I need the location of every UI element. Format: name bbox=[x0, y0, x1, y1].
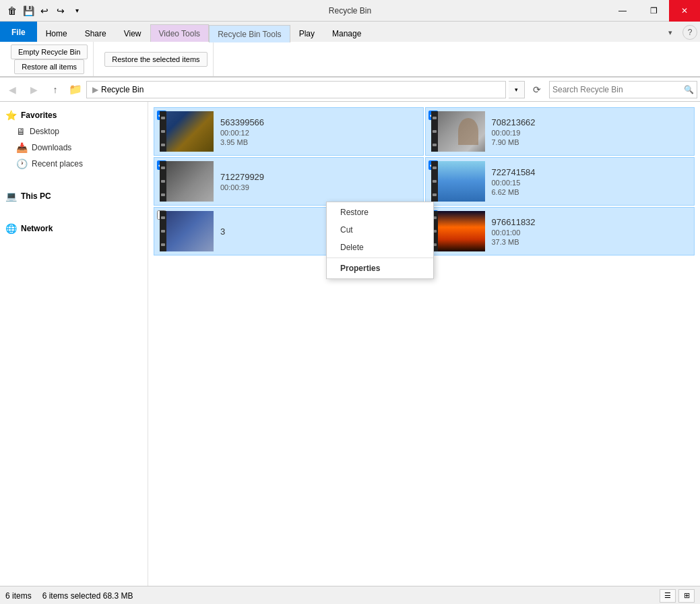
address-bar: ◀ ▶ ↑ 📁 ▶ Recycle Bin ▾ ⟳ 🔍 bbox=[0, 78, 700, 102]
title-bar: 🗑 💾 ↩ ↪ ▾ Recycle Bin — ❐ ✕ bbox=[0, 0, 700, 22]
redo-qat-button[interactable]: ↪ bbox=[54, 4, 67, 18]
file-name-5: 3 bbox=[220, 227, 225, 237]
tab-manage[interactable]: Manage bbox=[323, 24, 370, 42]
context-menu-delete[interactable]: Delete bbox=[327, 239, 433, 256]
network-icon: 🌐 bbox=[5, 223, 17, 234]
help-button[interactable]: ? bbox=[682, 25, 697, 40]
tab-share[interactable]: Share bbox=[76, 24, 115, 42]
file-name-2: 708213662 bbox=[492, 117, 536, 127]
file-item-1[interactable]: 563399566 00:00:12 3.95 MB bbox=[154, 107, 424, 156]
sidebar-item-downloads[interactable]: 📥 Downloads bbox=[0, 140, 148, 156]
ribbon-group-restore: Empty Recycle Bin Restore all items bbox=[5, 42, 94, 76]
file-name-3: 712279929 bbox=[220, 172, 264, 182]
path-separator: ▶ bbox=[92, 85, 98, 94]
empty-recycle-bin-button[interactable]: Empty Recycle Bin bbox=[11, 44, 88, 59]
file-duration-2: 00:00:19 bbox=[492, 129, 536, 137]
file-size-6: 37.3 MB bbox=[492, 238, 536, 246]
file-duration-6: 00:01:00 bbox=[492, 229, 536, 237]
tab-file[interactable]: File bbox=[0, 22, 37, 42]
ribbon-group-manage: Restore the selected items bbox=[99, 42, 213, 76]
file-name-4: 722741584 bbox=[492, 167, 536, 177]
file-info-6: 976611832 00:01:00 37.3 MB bbox=[492, 217, 536, 246]
status-bar: 6 items 6 items selected 68.3 MB ☰ ⊞ bbox=[0, 586, 700, 604]
tab-play[interactable]: Play bbox=[290, 24, 323, 42]
file-duration-4: 00:00:15 bbox=[492, 179, 536, 187]
window-title: Recycle Bin bbox=[329, 6, 371, 16]
ribbon-right-controls: ▾ ? bbox=[661, 23, 700, 42]
search-input[interactable] bbox=[552, 85, 684, 94]
file-thumbnail-6 bbox=[431, 211, 485, 251]
recent-label: Recent places bbox=[32, 159, 83, 169]
file-item-2[interactable]: 708213662 00:00:19 7.90 MB bbox=[425, 107, 695, 156]
sidebar-network-section: 🌐 Network bbox=[0, 220, 148, 237]
file-name-1: 563399566 bbox=[220, 117, 264, 127]
tab-video-tools[interactable]: Video Tools bbox=[150, 24, 210, 42]
qat-dropdown-button[interactable]: ▾ bbox=[70, 4, 84, 18]
quick-access-toolbar: 🗑 💾 ↩ ↪ ▾ bbox=[0, 4, 84, 18]
downloads-icon: 📥 bbox=[16, 142, 28, 153]
address-path[interactable]: ▶ Recycle Bin bbox=[86, 81, 506, 98]
refresh-button[interactable]: ⟳ bbox=[528, 80, 546, 99]
sidebar-thispc-heading[interactable]: 💻 This PC bbox=[0, 188, 148, 204]
file-duration-1: 00:00:12 bbox=[220, 129, 264, 137]
sidebar-favorites-heading[interactable]: ⭐ Favorites bbox=[0, 107, 148, 123]
file-item-4[interactable]: 722741584 00:00:15 6.62 MB bbox=[425, 157, 695, 206]
up-button[interactable]: ↑ bbox=[46, 80, 65, 99]
search-box[interactable]: 🔍 bbox=[549, 81, 697, 98]
content-area: 563399566 00:00:12 3.95 MB 708213662 00:… bbox=[148, 102, 700, 586]
file-info-5: 3 bbox=[220, 227, 225, 237]
desktop-label: Desktop bbox=[30, 127, 59, 136]
file-thumbnail-5 bbox=[160, 211, 214, 251]
forward-button[interactable]: ▶ bbox=[24, 80, 43, 99]
selected-info: 6 items selected 68.3 MB bbox=[42, 591, 133, 601]
restore-items-button[interactable]: Restore all items bbox=[14, 59, 84, 74]
sidebar-gap-1 bbox=[0, 177, 148, 188]
view-controls: ☰ ⊞ bbox=[660, 589, 695, 603]
restore-selected-button[interactable]: Restore the selected items bbox=[104, 52, 207, 67]
save-qat-button[interactable]: 💾 bbox=[22, 4, 35, 18]
thispc-label: This PC bbox=[21, 191, 51, 201]
sidebar-network-heading[interactable]: 🌐 Network bbox=[0, 220, 148, 237]
file-item-3[interactable]: 712279929 00:00:39 bbox=[154, 157, 424, 206]
favorites-icon: ⭐ bbox=[5, 110, 17, 121]
ribbon-collapse-button[interactable]: ▾ bbox=[661, 23, 680, 42]
sidebar-item-recent[interactable]: 🕐 Recent places bbox=[0, 156, 148, 172]
ribbon-commands: Empty Recycle Bin Restore all items Rest… bbox=[0, 42, 700, 77]
tab-view[interactable]: View bbox=[115, 24, 150, 42]
file-size-4: 6.62 MB bbox=[492, 188, 536, 196]
undo-qat-button[interactable]: ↩ bbox=[38, 4, 51, 18]
minimize-button[interactable]: — bbox=[607, 0, 638, 22]
path-dropdown-button[interactable]: ▾ bbox=[509, 81, 525, 98]
file-info-2: 708213662 00:00:19 7.90 MB bbox=[492, 117, 536, 146]
file-info-4: 722741584 00:00:15 6.62 MB bbox=[492, 167, 536, 196]
context-menu-cut[interactable]: Cut bbox=[327, 221, 433, 239]
network-label: Network bbox=[21, 224, 53, 233]
context-menu: Restore Cut Delete Properties bbox=[326, 202, 434, 279]
file-thumbnail-2 bbox=[431, 111, 485, 152]
file-thumbnail-3 bbox=[160, 161, 214, 202]
file-item-6[interactable]: 976611832 00:01:00 37.3 MB bbox=[425, 207, 695, 255]
tiles-view-button[interactable]: ⊞ bbox=[678, 589, 695, 603]
close-button[interactable]: ✕ bbox=[669, 0, 700, 22]
details-view-button[interactable]: ☰ bbox=[660, 589, 676, 603]
tab-recycle-tools[interactable]: Recycle Bin Tools bbox=[209, 25, 290, 42]
context-menu-restore[interactable]: Restore bbox=[327, 204, 433, 221]
location-icon: 📁 bbox=[69, 83, 82, 96]
path-text: Recycle Bin bbox=[101, 85, 144, 94]
file-info-3: 712279929 00:00:39 bbox=[220, 172, 264, 191]
file-thumbnail-4 bbox=[431, 161, 485, 202]
tab-home[interactable]: Home bbox=[37, 24, 76, 42]
sidebar-gap-2 bbox=[0, 210, 148, 220]
sidebar-item-desktop[interactable]: 🖥 Desktop bbox=[0, 123, 148, 140]
maximize-button[interactable]: ❐ bbox=[638, 0, 669, 22]
context-separator bbox=[327, 258, 433, 258]
thispc-icon: 💻 bbox=[5, 191, 17, 202]
context-menu-properties[interactable]: Properties bbox=[327, 260, 433, 277]
sidebar-thispc-section: 💻 This PC bbox=[0, 188, 148, 204]
file-size-1: 3.95 MB bbox=[220, 138, 264, 146]
downloads-label: Downloads bbox=[32, 143, 71, 152]
back-button[interactable]: ◀ bbox=[3, 80, 22, 99]
recent-icon: 🕐 bbox=[16, 158, 28, 169]
desktop-icon: 🖥 bbox=[16, 126, 26, 137]
window-controls: — ❐ ✕ bbox=[607, 0, 700, 22]
